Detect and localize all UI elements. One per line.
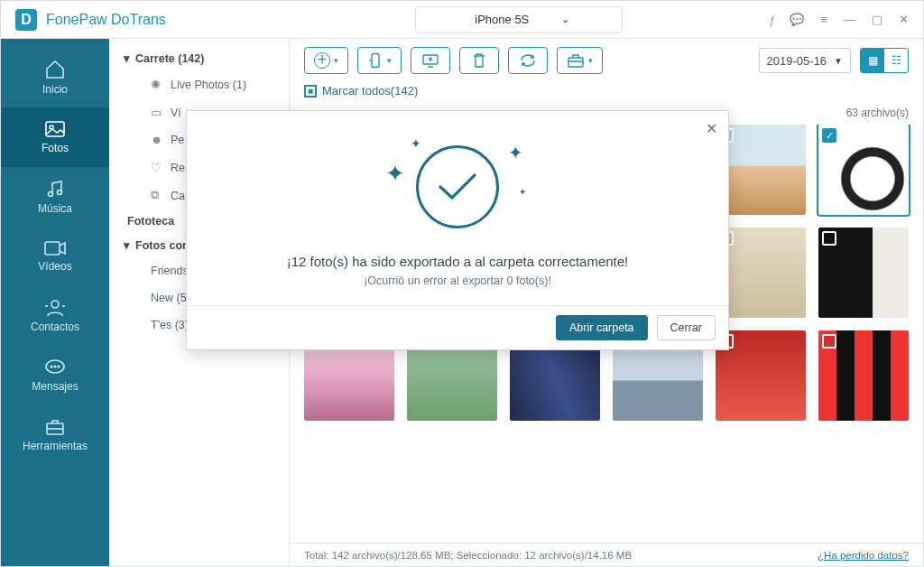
date-picker[interactable]: 2019-05-16 ▼ — [759, 48, 851, 73]
caret-down-icon: ▾ — [124, 51, 130, 65]
nav-music[interactable]: Música — [1, 167, 109, 227]
modal-title: ¡12 foto(s) ha sido exportado a al carpe… — [205, 254, 710, 269]
svg-rect-13 — [568, 58, 583, 67]
nav-tools-label: Herramientas — [23, 440, 88, 452]
caret-down-icon: ▾ — [124, 238, 130, 252]
maximize-icon[interactable]: ▢ — [872, 13, 882, 27]
screenshot-icon: ⧉ — [151, 189, 163, 202]
svg-point-9 — [58, 366, 60, 367]
plus-icon: + — [314, 52, 330, 69]
tools-icon — [44, 418, 66, 436]
device-picker[interactable]: iPhone 5S ⌄ — [415, 6, 623, 33]
chevron-down-icon: ▾ — [387, 56, 392, 65]
lost-data-link[interactable]: ¿Ha perdido datos? — [818, 550, 909, 561]
videos-icon — [43, 240, 67, 256]
feedback-icon[interactable]: 💬 — [790, 13, 804, 27]
nav-tools[interactable]: Herramientas — [1, 405, 109, 465]
nav-photos-label: Fotos — [42, 142, 69, 154]
select-all-label: Marcar todos(142) — [322, 84, 418, 98]
livephotos-icon: ✺ — [151, 78, 163, 91]
music-icon — [45, 179, 65, 199]
svg-point-8 — [54, 366, 56, 367]
thumbnail[interactable] — [818, 228, 909, 318]
people-icon: ☻ — [151, 134, 163, 146]
svg-point-5 — [51, 301, 59, 308]
date-value: 2019-05-16 — [767, 54, 827, 68]
brand: D FonePaw DoTrans — [1, 9, 180, 31]
tree-fototeca-label: Fototeca — [127, 215, 174, 228]
grid-view-button[interactable]: ▦ — [861, 49, 884, 72]
nav-photos[interactable]: Fotos — [1, 107, 109, 167]
nav-home-label: Inicio — [42, 83, 68, 96]
svg-point-7 — [51, 366, 52, 367]
thumbnail-checkbox[interactable] — [822, 231, 836, 246]
tree-carrete-label: Carrete (142) — [135, 52, 204, 65]
close-button[interactable]: Cerrar — [657, 315, 716, 340]
nav-music-label: Música — [38, 202, 72, 215]
modal-subtitle: ¡Ocurrió un error al exportar 0 foto(s)! — [205, 274, 710, 287]
contacts-icon — [44, 299, 66, 317]
export-device-button[interactable]: ▾ — [357, 47, 402, 74]
nav-contacts-label: Contactos — [31, 321, 79, 333]
nav-contacts[interactable]: Contactos — [1, 286, 109, 346]
tree-fotos-com-label: Fotos com — [135, 239, 192, 252]
svg-point-3 — [58, 191, 62, 195]
tree-carrete[interactable]: ▾ Carrete (142) — [115, 46, 289, 70]
nav-messages-label: Mensajes — [32, 380, 78, 393]
facebook-icon[interactable]: f — [771, 13, 774, 27]
refresh-button[interactable] — [508, 47, 548, 74]
thumbnail-checkbox[interactable]: ✓ — [822, 128, 836, 143]
thumbnail[interactable] — [818, 330, 909, 421]
minimize-icon[interactable]: — — [844, 13, 855, 27]
modal-footer: Abrir carpeta Cerrar — [187, 305, 728, 349]
toolbar: +▾ ▾ ▾ 2019-05-16 ▼ ▦ ☷ — [290, 39, 923, 82]
svg-rect-0 — [46, 122, 64, 136]
toolbox-button[interactable]: ▾ — [557, 47, 603, 74]
group-count: 63 archivo(s) — [846, 107, 909, 119]
delete-button[interactable] — [459, 47, 499, 74]
open-folder-button[interactable]: Abrir carpeta — [556, 315, 648, 340]
svg-rect-4 — [45, 242, 60, 255]
thumbnail[interactable] — [716, 125, 806, 215]
titlebar-controls: f 💬 ≡ — ▢ ✕ — [756, 13, 923, 27]
heart-icon: ♡ — [151, 161, 163, 174]
thumbnail[interactable] — [716, 228, 806, 318]
view-switch: ▦ ☷ — [860, 48, 909, 73]
caret-down-icon: ▼ — [834, 56, 843, 66]
brand-logo-icon: D — [15, 9, 37, 31]
app-window: D FonePaw DoTrans iPhone 5S ⌄ f 💬 ≡ — ▢ … — [0, 0, 924, 567]
export-success-modal: ✕ ✦ ✦ ✦ ✦ ¡12 foto(s) ha sido exportado … — [186, 110, 729, 350]
nav-home[interactable]: Inicio — [1, 48, 109, 107]
chevron-down-icon: ▾ — [334, 56, 338, 65]
detail-view-button[interactable]: ☷ — [884, 49, 908, 72]
chevron-down-icon: ⌄ — [561, 14, 569, 25]
add-button[interactable]: +▾ — [304, 47, 348, 74]
svg-point-2 — [49, 192, 53, 197]
tree-live-photos[interactable]: ✺Live Photos (1) — [115, 70, 289, 98]
success-icon: ✦ ✦ ✦ ✦ — [376, 133, 539, 241]
nav-videos-label: Vídeos — [38, 260, 71, 273]
thumbnail[interactable] — [716, 330, 806, 421]
status-text: Total: 142 archivo(s)/128.65 MB; Selecci… — [304, 550, 632, 561]
messages-icon — [44, 358, 66, 376]
nav-messages[interactable]: Mensajes — [1, 346, 109, 405]
close-window-icon[interactable]: ✕ — [899, 13, 909, 27]
brand-name: FonePaw DoTrans — [46, 12, 166, 28]
export-pc-button[interactable] — [411, 47, 450, 74]
photos-icon — [44, 120, 66, 138]
home-icon — [44, 60, 66, 79]
modal-close-icon[interactable]: ✕ — [706, 120, 717, 137]
thumbnail-checkbox[interactable] — [822, 334, 836, 349]
svg-rect-11 — [372, 54, 379, 68]
video-small-icon: ▭ — [151, 106, 163, 119]
select-all-row[interactable]: ■ Marcar todos(142) — [290, 82, 923, 101]
select-all-checkbox[interactable]: ■ — [304, 85, 317, 98]
sidebar-nav: Inicio Fotos Música Vídeos — [1, 39, 109, 566]
device-name: iPhone 5S — [475, 13, 529, 26]
chevron-down-icon: ▾ — [588, 56, 593, 65]
menu-icon[interactable]: ≡ — [820, 13, 827, 27]
titlebar: D FonePaw DoTrans iPhone 5S ⌄ f 💬 ≡ — ▢ … — [1, 1, 923, 39]
statusbar: Total: 142 archivo(s)/128.65 MB; Selecci… — [290, 543, 923, 566]
thumbnail[interactable]: ✓ — [818, 125, 909, 215]
nav-videos[interactable]: Vídeos — [1, 227, 109, 286]
